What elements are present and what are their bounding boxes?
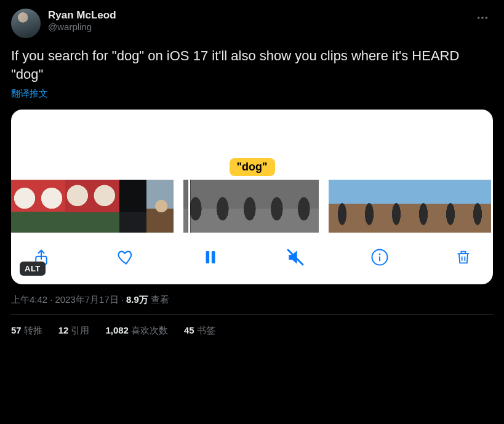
video-thumbnail[interactable]: [292, 180, 319, 233]
bookmarks-label: 书签: [197, 325, 215, 335]
user-handle[interactable]: @warpling: [48, 22, 116, 33]
media-header-area: "dog": [11, 110, 493, 180]
views-label: 查看: [151, 294, 169, 305]
info-button[interactable]: [370, 248, 389, 266]
tweet-meta: 上午4:42·2023年7月17日·8.9万 查看: [11, 294, 493, 306]
avatar[interactable]: [11, 9, 41, 38]
video-thumbnail[interactable]: [65, 180, 92, 233]
tweet-time[interactable]: 上午4:42: [11, 294, 47, 305]
retweets-count: 57: [11, 325, 22, 335]
likes-count: 1,082: [105, 325, 129, 335]
author-block[interactable]: Ryan McLeod @warpling: [11, 9, 116, 38]
video-thumbnail[interactable]: [464, 180, 491, 233]
clip-group-2[interactable]: [183, 180, 319, 233]
alt-badge[interactable]: ALT: [20, 262, 46, 276]
video-thumbnail[interactable]: [92, 180, 119, 233]
media-attachment[interactable]: "dog": [11, 110, 493, 284]
tweet-header: Ryan McLeod @warpling: [11, 9, 493, 38]
filmstrip[interactable]: [11, 180, 493, 236]
tweet-stats: 57转推 12引用 1,082喜欢次数 45书签: [11, 315, 493, 343]
clip-group-3[interactable]: [329, 180, 491, 233]
video-thumbnail[interactable]: [38, 180, 65, 233]
video-thumbnail[interactable]: [329, 180, 356, 233]
like-button[interactable]: [116, 247, 136, 267]
translate-link[interactable]: 翻译推文: [11, 88, 48, 100]
delete-button[interactable]: [455, 249, 472, 266]
svg-rect-5: [212, 251, 215, 263]
tweet-container: Ryan McLeod @warpling If you search for …: [0, 0, 504, 343]
svg-point-0: [478, 17, 480, 19]
video-thumbnail[interactable]: [437, 180, 464, 233]
more-horizontal-icon: [476, 11, 489, 25]
display-name[interactable]: Ryan McLeod: [48, 9, 116, 22]
video-thumbnail[interactable]: [11, 180, 38, 233]
media-controls: [11, 236, 493, 284]
video-thumbnail[interactable]: [183, 180, 210, 233]
retweets-stat[interactable]: 57转推: [11, 325, 42, 337]
svg-point-8: [379, 254, 381, 255]
clip-group-1[interactable]: [11, 180, 174, 233]
speaker-muted-icon: [286, 247, 305, 267]
tweet-date[interactable]: 2023年7月17日: [55, 294, 118, 305]
pause-button[interactable]: [201, 248, 220, 266]
playhead[interactable]: [188, 177, 190, 235]
svg-point-1: [481, 17, 484, 19]
svg-rect-4: [206, 251, 210, 263]
video-thumbnail[interactable]: [146, 180, 174, 233]
bookmarks-stat[interactable]: 45书签: [184, 325, 215, 337]
video-thumbnail[interactable]: [356, 180, 383, 233]
mute-button[interactable]: [286, 247, 305, 267]
trash-icon: [455, 249, 472, 266]
svg-point-2: [486, 17, 488, 19]
quotes-label: 引用: [71, 325, 89, 335]
tweet-text: If you search for "dog" on iOS 17 it'll …: [11, 47, 493, 83]
video-thumbnail[interactable]: [119, 180, 146, 233]
retweets-label: 转推: [24, 325, 42, 335]
pause-icon: [201, 248, 220, 266]
likes-stat[interactable]: 1,082喜欢次数: [105, 325, 168, 337]
bookmarks-count: 45: [184, 325, 194, 335]
video-thumbnail[interactable]: [238, 180, 265, 233]
search-term-label: "dog": [229, 158, 274, 176]
more-options-button[interactable]: [472, 9, 493, 27]
likes-label: 喜欢次数: [131, 325, 168, 335]
quotes-stat[interactable]: 12引用: [58, 325, 90, 337]
heart-icon: [116, 247, 136, 267]
quotes-count: 12: [58, 325, 69, 335]
author-names: Ryan McLeod @warpling: [48, 9, 116, 38]
video-thumbnail[interactable]: [210, 180, 238, 233]
video-thumbnail[interactable]: [410, 180, 437, 233]
views-count[interactable]: 8.9万: [126, 294, 148, 305]
video-thumbnail[interactable]: [383, 180, 410, 233]
info-icon: [370, 248, 389, 266]
video-thumbnail[interactable]: [265, 180, 292, 233]
